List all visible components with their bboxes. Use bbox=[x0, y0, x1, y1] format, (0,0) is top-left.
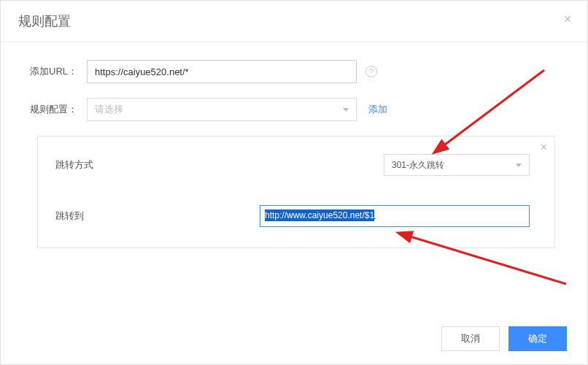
close-icon[interactable]: × bbox=[561, 12, 574, 26]
config-panel: × 跳转方式 301-永久跳转 跳转到 http://www.caiyue520… bbox=[37, 136, 555, 248]
modal-header: 规则配置 × bbox=[1, 1, 587, 42]
chevron-down-icon bbox=[516, 164, 522, 167]
redirect-type-value: 301-永久跳转 bbox=[392, 159, 444, 172]
redirect-target-label: 跳转到 bbox=[55, 210, 260, 223]
modal-title: 规则配置 bbox=[18, 12, 570, 30]
confirm-button[interactable]: 确定 bbox=[508, 326, 567, 351]
config-label: 规则配置： bbox=[30, 103, 87, 116]
url-input[interactable] bbox=[87, 60, 357, 83]
add-link[interactable]: 添加 bbox=[368, 103, 387, 116]
redirect-target-wrapper: http://www.caiyue520.net/$1 bbox=[260, 205, 530, 227]
modal-footer: 取消 确定 bbox=[441, 326, 567, 351]
panel-close-icon[interactable]: × bbox=[541, 141, 547, 154]
redirect-target-input[interactable] bbox=[260, 205, 530, 227]
url-row: 添加URL： ? bbox=[30, 60, 558, 83]
redirect-type-label: 跳转方式 bbox=[55, 158, 260, 172]
cancel-button[interactable]: 取消 bbox=[441, 326, 500, 351]
redirect-type-select[interactable]: 301-永久跳转 bbox=[384, 154, 530, 176]
redirect-type-row: 跳转方式 301-永久跳转 bbox=[55, 154, 537, 176]
config-select-placeholder: 请选择 bbox=[95, 103, 123, 116]
config-select[interactable]: 请选择 bbox=[87, 98, 357, 121]
redirect-target-row: 跳转到 http://www.caiyue520.net/$1 bbox=[55, 205, 537, 227]
config-row: 规则配置： 请选择 添加 bbox=[30, 98, 558, 121]
rule-config-modal: 规则配置 × 添加URL： ? 规则配置： 请选择 添加 × 跳转方式 301-… bbox=[0, 0, 588, 365]
help-icon[interactable]: ? bbox=[365, 66, 377, 77]
chevron-down-icon bbox=[343, 108, 349, 112]
modal-body: 添加URL： ? 规则配置： 请选择 添加 × 跳转方式 301-永久跳转 bbox=[1, 42, 587, 248]
url-label: 添加URL： bbox=[30, 65, 87, 78]
